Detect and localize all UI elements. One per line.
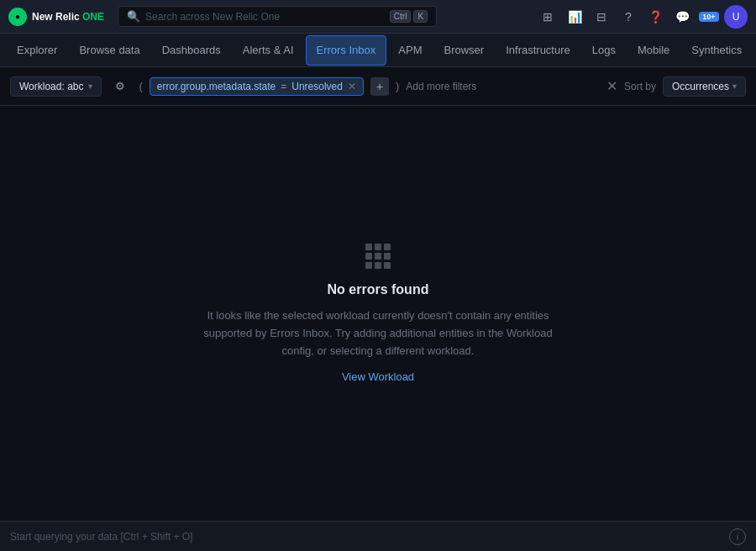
- search-shortcut: Ctrl K: [390, 10, 428, 23]
- filter-options-button[interactable]: ⚙: [108, 75, 132, 98]
- logo[interactable]: ● New Relic ONE: [8, 8, 104, 26]
- topbar-icons: ⊞ 📊 ⊟ ? ❓ 💬 10+ U: [536, 5, 748, 29]
- topbar-chat-button[interactable]: 💬: [670, 5, 694, 29]
- empty-description: It looks like the selected workload curr…: [202, 307, 554, 359]
- topbar-help-button[interactable]: ❓: [643, 5, 667, 29]
- logo-icon: ●: [8, 8, 27, 26]
- sort-value: Occurrences: [672, 81, 729, 92]
- nav-item-infrastructure[interactable]: Infrastructure: [496, 35, 580, 66]
- filterbar: Workload: abc ▾ ⚙ ( error.group.metadata…: [0, 67, 756, 106]
- filter-value: Unresolved: [291, 81, 343, 92]
- nav-item-errors-inbox[interactable]: Errors Inbox: [306, 35, 387, 66]
- nav-item-logs[interactable]: Logs: [582, 35, 626, 66]
- shortcut-ctrl: Ctrl: [390, 10, 412, 23]
- add-more-filters-button[interactable]: Add more filters: [406, 81, 476, 92]
- empty-state-icon: [365, 244, 391, 269]
- notification-badge: 10+: [699, 12, 718, 22]
- topbar-question-button[interactable]: ?: [617, 5, 640, 29]
- nav-item-synthetics[interactable]: Synthetics: [681, 35, 752, 66]
- topbar: ● New Relic ONE 🔍 Search across New Reli…: [0, 0, 756, 34]
- topbar-apps-button[interactable]: ⊟: [590, 5, 613, 29]
- filter-remove-button[interactable]: ✕: [348, 81, 356, 92]
- filter-icon: ⚙: [115, 80, 125, 92]
- topbar-grid-button[interactable]: ⊞: [536, 5, 559, 29]
- filter-op: =: [281, 81, 286, 92]
- empty-title: No errors found: [328, 282, 429, 297]
- query-hint: Start querying your data [Ctrl + Shift +…: [10, 531, 192, 543]
- chevron-down-icon: ▾: [88, 81, 92, 91]
- nav-item-browse-data[interactable]: Browse data: [69, 35, 150, 66]
- topbar-avatar-button[interactable]: U: [724, 5, 748, 29]
- sort-dropdown[interactable]: Occurrences ▾: [663, 76, 746, 97]
- navbar: Explorer Browse data Dashboards Alerts &…: [0, 34, 756, 67]
- logo-text: New Relic ONE: [32, 11, 104, 23]
- filter-right: ✕ Sort by Occurrences ▾: [606, 76, 746, 97]
- topbar-chart-button[interactable]: 📊: [563, 5, 586, 29]
- workload-label: Workload: abc: [19, 81, 83, 92]
- search-placeholder: Search across New Relic One: [145, 11, 280, 23]
- nav-item-dashboards[interactable]: Dashboards: [152, 35, 231, 66]
- search-bar[interactable]: 🔍 Search across New Relic One Ctrl K: [118, 6, 437, 27]
- topbar-notification-button[interactable]: 10+: [697, 5, 721, 29]
- filter-add-button[interactable]: +: [370, 77, 389, 96]
- info-button[interactable]: i: [729, 528, 746, 545]
- search-icon: 🔍: [127, 10, 140, 23]
- sort-label: Sort by: [624, 81, 656, 92]
- view-workload-link[interactable]: View Workload: [342, 370, 414, 383]
- nav-item-alerts-ai[interactable]: Alerts & AI: [233, 35, 304, 66]
- bottombar: Start querying your data [Ctrl + Shift +…: [0, 521, 756, 551]
- nav-item-explorer[interactable]: Explorer: [7, 35, 67, 66]
- filter-state-tag: error.group.metadata.state = Unresolved …: [150, 77, 364, 96]
- paren-close: ): [396, 80, 399, 92]
- nav-item-mobile[interactable]: Mobile: [627, 35, 680, 66]
- shortcut-k: K: [413, 10, 428, 23]
- workload-dropdown[interactable]: Workload: abc ▾: [10, 76, 102, 97]
- chevron-down-icon: ▾: [732, 81, 737, 91]
- nav-item-browser[interactable]: Browser: [433, 35, 494, 66]
- nav-item-apm[interactable]: APM: [388, 35, 432, 66]
- paren-open: (: [139, 80, 142, 92]
- filter-key: error.group.metadata.state: [157, 81, 276, 92]
- filter-clear-button[interactable]: ✕: [606, 78, 617, 94]
- main-content: No errors found It looks like the select…: [0, 106, 756, 521]
